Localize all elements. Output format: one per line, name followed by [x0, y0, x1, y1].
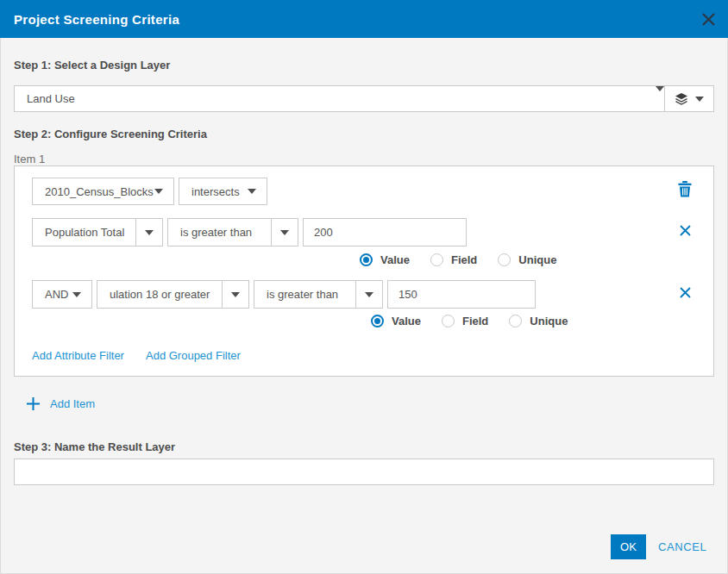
radio-selected-icon [371, 315, 384, 328]
project-screening-criteria-dialog: { "header": { "title": "Project Screenin… [0, 0, 728, 574]
caret-down-icon [145, 230, 154, 235]
filter2-mode-group: Value Field Unique [371, 315, 568, 328]
filter1-field-value: Population Total [33, 226, 135, 239]
filter1-value-input[interactable] [303, 218, 467, 246]
filter2-field-select[interactable]: ulation 18 or greater [97, 280, 249, 309]
item-label: Item 1 [14, 153, 45, 165]
step1-label: Step 1: Select a Design Layer [14, 59, 170, 72]
trash-icon[interactable] [677, 180, 693, 197]
plus-icon [26, 396, 41, 411]
step3-label: Step 3: Name the Result Layer [14, 440, 175, 453]
dialog-header: Project Screening Criteria [0, 0, 728, 38]
filter1-operator-value: is greater than [168, 226, 271, 239]
caret-down-icon [231, 292, 240, 297]
filter1-mode-value[interactable]: Value [360, 253, 410, 266]
filter1-mode-unique[interactable]: Unique [498, 253, 556, 266]
filter2-mode-unique[interactable]: Unique [509, 315, 568, 328]
design-layer-select[interactable]: Land Use [14, 85, 664, 112]
ok-button[interactable]: OK [611, 534, 646, 559]
add-item-link[interactable]: Add Item [26, 396, 95, 411]
radio-icon [430, 253, 443, 266]
filter1-operator-select[interactable]: is greater than [167, 218, 298, 246]
filter1-field-select[interactable]: Population Total [32, 218, 163, 246]
caret-down-icon [248, 189, 256, 194]
filter2-field-value: ulation 18 or greater [97, 288, 222, 301]
caret-down-icon [695, 97, 704, 102]
radio-selected-icon [360, 253, 373, 266]
dialog-title: Project Screening Criteria [14, 12, 179, 27]
filter2-value-input[interactable] [387, 280, 536, 309]
screening-item-card: 2010_Census_Blocks intersects Population… [14, 165, 714, 377]
filter2-mode-field[interactable]: Field [442, 315, 488, 328]
x-icon[interactable] [678, 285, 692, 299]
add-attribute-filter-link[interactable]: Add Attribute Filter [32, 349, 124, 362]
spatial-operator-select[interactable]: intersects [179, 178, 267, 205]
caret-down-icon [72, 292, 81, 297]
radio-icon [442, 315, 455, 328]
filter2-mode-value[interactable]: Value [371, 315, 421, 328]
filter1-mode-field[interactable]: Field [430, 253, 477, 266]
filter2-logical-select[interactable]: AND [32, 280, 92, 309]
caret-down-icon [365, 292, 373, 297]
layers-icon [675, 92, 688, 106]
add-grouped-filter-link[interactable]: Add Grouped Filter [146, 349, 241, 362]
filter2-logical-value: AND [33, 288, 72, 301]
design-layer-value: Land Use [15, 92, 656, 105]
design-layer-select-group: Land Use [14, 85, 714, 112]
add-item-label: Add Item [50, 397, 95, 410]
radio-icon [498, 253, 511, 266]
filter2-operator-value: is greater than [254, 288, 355, 301]
filter1-mode-group: Value Field Unique [360, 253, 556, 266]
layer-picker-button[interactable] [664, 85, 714, 112]
step2-label: Step 2: Configure Screening Criteria [14, 128, 207, 140]
x-icon[interactable] [678, 223, 692, 237]
spatial-operator-value: intersects [179, 185, 248, 198]
radio-icon [509, 315, 522, 328]
caret-down-icon [280, 230, 289, 235]
cancel-button[interactable]: CANCEL [658, 540, 706, 553]
result-layer-name-input[interactable] [14, 459, 714, 485]
caret-down-icon [154, 189, 163, 194]
spatial-layer-select[interactable]: 2010_Census_Blocks [32, 178, 174, 205]
filter2-operator-select[interactable]: is greater than [254, 280, 383, 309]
close-icon[interactable] [700, 10, 717, 28]
spatial-layer-value: 2010_Census_Blocks [33, 185, 154, 198]
caret-down-icon [656, 86, 664, 106]
